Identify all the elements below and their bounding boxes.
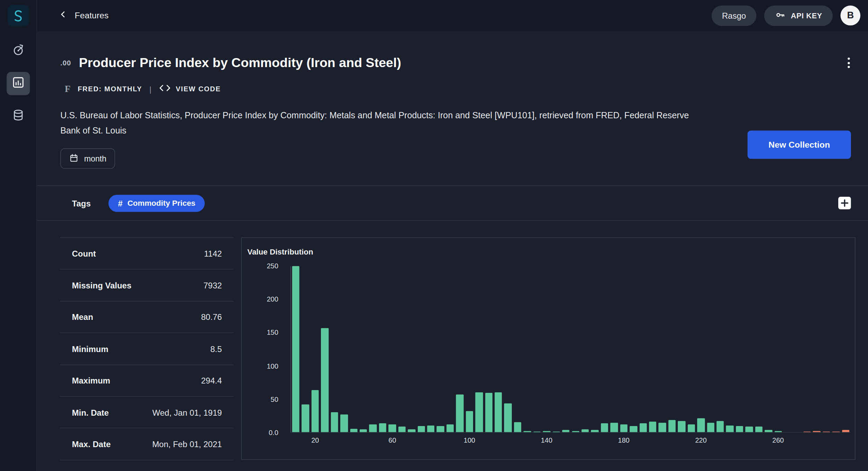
tag-label: Commodity Prices xyxy=(127,198,195,207)
api-key-button[interactable]: API KEY xyxy=(764,5,833,26)
stat-value: Wed, Jan 01, 1919 xyxy=(153,408,222,417)
x-axis-tick-label: 140 xyxy=(541,436,552,444)
divider xyxy=(37,220,868,221)
workspace-button[interactable]: Rasgo xyxy=(711,5,756,26)
stats-table: Count1142Missing Values7932Mean80.76Mini… xyxy=(60,237,233,460)
histogram-plot: 2060100140180220260 xyxy=(290,266,850,433)
page-title: Producer Price Index by Commodity (Iron … xyxy=(79,55,401,70)
fred-logo-icon: F xyxy=(65,84,71,95)
histogram-bar xyxy=(446,424,454,432)
code-brackets-icon xyxy=(159,84,171,94)
stat-value: Mon, Feb 01, 2021 xyxy=(152,439,222,449)
stats-row: Min. DateWed, Jan 01, 1919 xyxy=(60,397,233,428)
topbar: Features Rasgo API KEY B xyxy=(37,0,868,31)
histogram-bar xyxy=(398,427,406,432)
calendar-icon xyxy=(69,153,79,164)
histogram-bar xyxy=(659,423,666,432)
stats-row: Count1142 xyxy=(60,238,233,270)
sidebar xyxy=(0,0,37,471)
histogram-bar xyxy=(340,414,348,432)
histogram-bar xyxy=(475,392,483,432)
stat-value: 7932 xyxy=(203,280,222,290)
stat-label: Min. Date xyxy=(72,408,109,417)
histogram-bar xyxy=(466,411,473,432)
feature-description: U.S. Bureau of Labor Statistics, Produce… xyxy=(60,108,708,138)
histogram-bar xyxy=(321,328,328,432)
sidebar-item-features[interactable] xyxy=(7,72,30,95)
histogram-bar xyxy=(514,422,521,432)
tag-pill[interactable]: #Commodity Prices xyxy=(108,194,205,212)
stat-value: 8.5 xyxy=(210,344,222,353)
histogram-bar xyxy=(755,427,763,432)
x-axis-tick-label: 220 xyxy=(695,436,707,444)
y-axis-tick-label: 100 xyxy=(267,362,278,370)
sidebar-item-transforms[interactable] xyxy=(7,39,30,63)
sidebar-item-data-sources[interactable] xyxy=(7,104,30,128)
histogram-bar xyxy=(350,429,357,432)
rasgo-logo-icon[interactable] xyxy=(8,5,29,26)
stat-label: Minimum xyxy=(72,344,108,353)
granularity-chip: month xyxy=(60,148,115,169)
histogram-bar xyxy=(707,423,714,432)
histogram-bar xyxy=(572,431,579,432)
view-code-label: VIEW CODE xyxy=(176,85,221,93)
granularity-label: month xyxy=(84,154,107,163)
view-code-button[interactable]: VIEW CODE xyxy=(159,84,221,94)
histogram-bar xyxy=(736,426,743,432)
numeric-type-icon: .00 xyxy=(60,59,71,67)
stat-label: Mean xyxy=(72,312,93,322)
bar-chart-icon xyxy=(12,76,25,91)
stat-label: Count xyxy=(72,249,96,258)
histogram-bar xyxy=(765,430,772,432)
histogram-bar xyxy=(389,424,396,432)
histogram-bar xyxy=(543,431,550,432)
histogram-bar xyxy=(379,424,386,432)
chart-title: Value Distribution xyxy=(247,247,313,256)
histogram-bar xyxy=(639,424,647,432)
gauge-icon xyxy=(12,43,25,59)
histogram-bar xyxy=(437,426,444,432)
add-tag-button[interactable] xyxy=(838,197,851,210)
histogram-bar xyxy=(591,430,598,432)
y-axis-tick-label: 150 xyxy=(267,329,278,336)
histogram-yaxis: 250200150100500.0 xyxy=(242,266,286,433)
histogram-bar xyxy=(456,394,463,432)
back-button[interactable]: Features xyxy=(58,9,109,21)
histogram-bar xyxy=(312,390,319,432)
app-window: Features Rasgo API KEY B .00 Producer Pr… xyxy=(0,0,868,471)
histogram-bar xyxy=(331,412,338,432)
histogram-bar xyxy=(813,431,820,432)
stats-row: Minimum8.5 xyxy=(60,333,233,365)
histogram-bar xyxy=(823,431,830,432)
tag-list: #Commodity Prices xyxy=(108,194,205,212)
histogram-bar xyxy=(697,418,704,432)
value-distribution-card: Value Distribution 250200150100500.0 206… xyxy=(241,237,856,460)
meta-separator: | xyxy=(149,85,151,94)
kebab-menu-icon[interactable] xyxy=(846,55,852,70)
stat-value: 1142 xyxy=(204,249,222,258)
stat-label: Maximum xyxy=(72,376,110,385)
x-axis-tick-label: 180 xyxy=(618,436,629,444)
stats-row: Max. DateMon, Feb 01, 2021 xyxy=(60,428,233,460)
histogram-bar xyxy=(717,421,724,432)
new-collection-button[interactable]: New Collection xyxy=(748,131,851,159)
hash-icon: # xyxy=(118,198,122,208)
key-icon xyxy=(775,9,786,22)
x-axis-tick-label: 60 xyxy=(388,436,396,444)
avatar[interactable]: B xyxy=(840,6,860,26)
y-axis-tick-label: 200 xyxy=(267,296,278,303)
histogram-bar xyxy=(620,424,627,432)
histogram-bar xyxy=(774,431,782,432)
histogram-bar xyxy=(832,431,840,432)
histogram-bar xyxy=(485,393,492,432)
histogram-bar xyxy=(562,430,570,432)
stat-label: Max. Date xyxy=(72,439,111,449)
histogram-bar xyxy=(408,430,415,432)
histogram-bar xyxy=(369,424,377,432)
api-key-label: API KEY xyxy=(791,11,822,20)
title-row: .00 Producer Price Index by Commodity (I… xyxy=(60,55,855,70)
histogram-bar xyxy=(533,431,541,432)
histogram-bar xyxy=(649,422,656,432)
y-axis-tick-label: 0.0 xyxy=(269,429,278,436)
topbar-left: Features xyxy=(58,9,711,21)
